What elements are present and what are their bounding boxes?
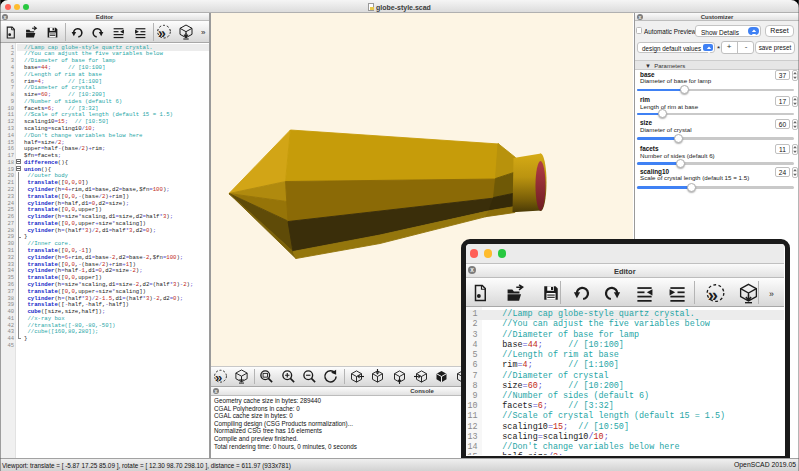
svg-text:»: » [708, 284, 718, 304]
svg-text:»: » [201, 28, 206, 37]
svg-text:»: » [769, 288, 774, 298]
svg-text:»: » [158, 25, 166, 40]
svg-text:»: » [214, 370, 221, 384]
